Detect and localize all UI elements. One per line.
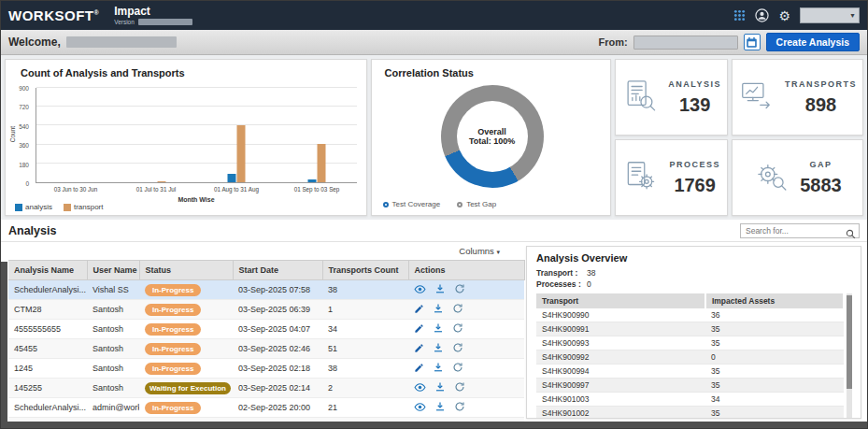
cell-transports-count: 21 xyxy=(322,398,408,418)
user-dropdown[interactable]: ▼ xyxy=(800,7,860,23)
dashboard-cards: Count of Analysis and Transports Count 0… xyxy=(1,55,867,220)
cell-impacted-assets: 0 xyxy=(705,350,844,365)
refresh-icon[interactable] xyxy=(452,322,463,336)
overview-row: S4HK90100334 xyxy=(536,393,844,407)
download-icon[interactable] xyxy=(433,362,444,375)
user-profile-icon[interactable] xyxy=(755,8,769,22)
cell-start-date: 03-Sep-2025 02:14 xyxy=(233,379,322,398)
overview-column-header: Transport xyxy=(536,293,705,308)
donut-center-text: Overall Total: 100% xyxy=(441,85,544,188)
stat-card-process: PROCESS 1769 xyxy=(615,139,728,216)
overview-header-row: TransportImpacted Assets xyxy=(536,293,844,308)
legend-item-transport[interactable]: transport xyxy=(64,203,104,211)
table-row[interactable]: CTM28SantoshIn-Progress03-Sep-2025 06:39… xyxy=(8,300,524,320)
refresh-icon[interactable] xyxy=(454,401,465,414)
calendar-icon[interactable] xyxy=(744,34,761,50)
welcome-greeting: Welcome, xyxy=(8,36,61,49)
download-icon[interactable] xyxy=(433,303,444,316)
column-header[interactable]: Status xyxy=(139,261,233,280)
stat-card-gap: GAP 5883 xyxy=(732,139,863,216)
worksoft-logo: WORKSOFT® xyxy=(8,7,99,23)
search-input[interactable] xyxy=(741,225,842,236)
refresh-icon[interactable] xyxy=(452,303,463,316)
edit-pencil-icon[interactable] xyxy=(414,304,424,316)
edit-pencil-icon[interactable] xyxy=(414,363,424,375)
refresh-icon[interactable] xyxy=(452,342,463,355)
overview-table: TransportImpacted Assets S4HK90099036S4H… xyxy=(536,293,845,419)
cell-transport: S4HK900990 xyxy=(536,308,705,322)
view-eye-icon[interactable] xyxy=(414,382,426,394)
overview-scrollbar[interactable] xyxy=(847,293,852,419)
table-row[interactable]: 45455SantoshIn-Progress03-Sep-2025 02:46… xyxy=(8,339,524,359)
x-tick-label: 03 Jun to 30 Jun xyxy=(54,186,98,193)
cell-transports-count: 2 xyxy=(322,379,408,398)
edit-pencil-icon[interactable] xyxy=(414,343,424,355)
apps-grid-icon[interactable] xyxy=(733,9,746,21)
create-analysis-button[interactable]: Create Analysis xyxy=(766,33,860,51)
cell-start-date: 03-Sep-2025 04:07 xyxy=(233,320,322,339)
cell-analysis-name: SchedulerAnalysi... xyxy=(8,398,87,418)
column-header[interactable]: User Name xyxy=(87,261,139,280)
table-row[interactable]: SchedulerAnalysi...Vishal SSIn-Progress0… xyxy=(8,280,524,300)
donut-legend-item-coverage[interactable]: Test Coverage xyxy=(383,200,441,208)
cell-analysis-name: 145255 xyxy=(8,379,87,398)
cell-impacted-assets: 35 xyxy=(705,336,844,350)
cell-start-date: 03-Sep-2025 02:18 xyxy=(233,359,322,379)
cell-user-name: Santosh xyxy=(87,379,139,398)
vertical-scrollbar[interactable] xyxy=(1,262,7,426)
column-header[interactable]: Actions xyxy=(408,261,524,280)
welcome-bar: Welcome, From: Create Analysis xyxy=(1,30,867,55)
cell-start-date: 03-Sep-2025 02:46 xyxy=(233,339,322,359)
columns-dropdown[interactable]: Columns ▾ xyxy=(459,246,500,256)
processes-count-value: 0 xyxy=(587,279,591,289)
status-badge: In-Progress xyxy=(145,343,201,355)
overview-column-header: Impacted Assets xyxy=(705,293,844,308)
topbar-actions: ⚙ ▼ xyxy=(733,7,860,23)
settings-gear-icon[interactable]: ⚙ xyxy=(778,9,790,22)
table-row[interactable]: 1245SantoshIn-Progress03-Sep-2025 02:183… xyxy=(8,359,524,379)
refresh-icon[interactable] xyxy=(452,362,463,375)
download-icon[interactable] xyxy=(434,381,446,394)
y-axis: 0180360540720900 xyxy=(6,88,33,183)
cell-impacted-assets: 36 xyxy=(705,308,844,322)
legend-swatch xyxy=(15,204,22,211)
cell-transports-count: 34 xyxy=(322,320,408,339)
chart-legend: analysistransport xyxy=(15,203,103,211)
column-header[interactable]: Start Date xyxy=(233,261,322,280)
column-header[interactable]: Analysis Name xyxy=(8,261,87,280)
overview-scrollbar-thumb[interactable] xyxy=(847,295,852,389)
edit-pencil-icon[interactable] xyxy=(414,323,424,336)
table-row[interactable]: 4555555655SantoshIn-Progress03-Sep-2025 … xyxy=(8,320,524,339)
stat-value: 139 xyxy=(668,94,721,116)
legend-item-analysis[interactable]: analysis xyxy=(15,203,52,211)
x-axis: 03 Jun to 30 Jun01 Jul to 31 Jul01 Aug t… xyxy=(36,186,357,195)
download-icon[interactable] xyxy=(433,342,444,355)
download-icon[interactable] xyxy=(434,401,446,414)
table-row[interactable]: SchedulerAnalysi...admin@work...In-Progr… xyxy=(8,398,524,418)
chevron-down-icon: ▼ xyxy=(849,12,856,19)
overview-stats: Transport : 38 Processes : 0 xyxy=(536,268,851,289)
donut-legend-item-gap[interactable]: Test Gap xyxy=(457,200,496,208)
search-icon[interactable] xyxy=(846,226,856,243)
stat-value: 898 xyxy=(785,94,857,116)
horizontal-scrollbar[interactable] xyxy=(1,422,867,428)
view-eye-icon[interactable] xyxy=(414,284,426,296)
stat-value: 5883 xyxy=(800,175,842,196)
status-badge: In-Progress xyxy=(145,304,201,316)
refresh-icon[interactable] xyxy=(454,283,465,296)
download-icon[interactable] xyxy=(433,322,444,336)
cell-transport: S4HK900992 xyxy=(536,350,705,365)
refresh-icon[interactable] xyxy=(454,381,465,394)
cell-transports-count: 38 xyxy=(322,359,408,379)
column-header[interactable]: Transports Count xyxy=(322,261,408,280)
transport-bar xyxy=(237,125,246,182)
donut-legend: Test CoverageTest Gap xyxy=(383,200,497,208)
overview-row: S4HK90099335 xyxy=(536,336,844,350)
from-date-input[interactable] xyxy=(633,36,738,50)
cell-transports-count: 1 xyxy=(322,300,408,320)
table-row[interactable]: 145255SantoshWaiting for Execution03-Sep… xyxy=(8,379,524,398)
view-eye-icon[interactable] xyxy=(414,402,426,414)
status-badge: In-Progress xyxy=(145,363,201,375)
cell-start-date: 03-Sep-2025 06:39 xyxy=(233,300,322,320)
download-icon[interactable] xyxy=(434,283,446,296)
